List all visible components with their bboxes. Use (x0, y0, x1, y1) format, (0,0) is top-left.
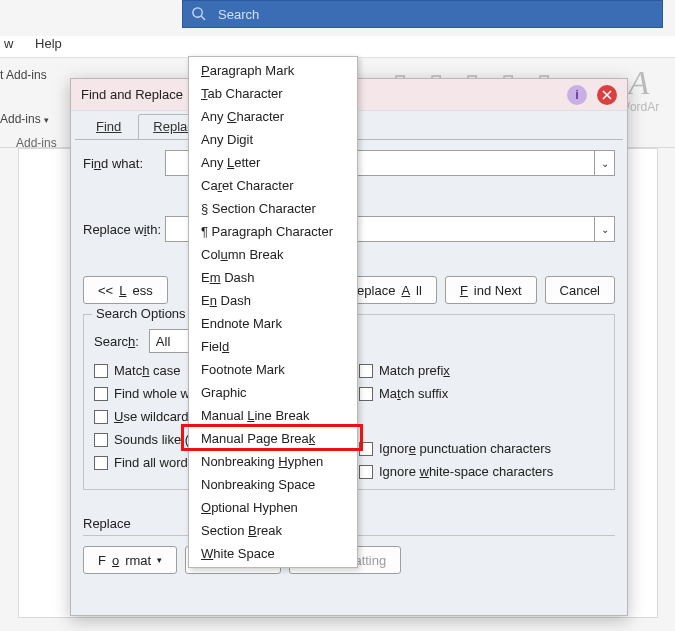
tab-find[interactable]: Find (81, 114, 136, 139)
find-next-button[interactable]: Find Next (445, 276, 537, 304)
menu-item-white-space[interactable]: White Space (189, 542, 357, 565)
search-input[interactable] (216, 6, 654, 23)
get-addins-button[interactable]: t Add-ins (0, 68, 47, 82)
menu-item-endnote-mark[interactable]: Endnote Mark (189, 312, 357, 335)
ribbon-tab-fragment[interactable]: w (4, 36, 13, 51)
match-suffix-checkbox[interactable]: Match suffix (359, 386, 604, 401)
svg-point-0 (193, 7, 202, 16)
menu-item-graphic[interactable]: Graphic (189, 381, 357, 404)
menu-item-paragraph-character[interactable]: ¶ Paragraph Character (189, 220, 357, 243)
menu-item-tab-character[interactable]: Tab Character (189, 82, 357, 105)
menu-item-en-dash[interactable]: En Dash (189, 289, 357, 312)
menu-item-nonbreaking-space[interactable]: Nonbreaking Space (189, 473, 357, 496)
menu-item-section-character[interactable]: § Section Character (189, 197, 357, 220)
menu-item-any-letter[interactable]: Any Letter (189, 151, 357, 174)
search-icon (191, 4, 206, 25)
menu-item-caret-character[interactable]: Caret Character (189, 174, 357, 197)
menu-item-manual-line-break[interactable]: Manual Line Break (189, 404, 357, 427)
chevron-down-icon[interactable]: ⌄ (594, 217, 614, 241)
menu-item-any-character[interactable]: Any Character (189, 105, 357, 128)
ignore-punctuation-checkbox[interactable]: Ignore punctuation characters (359, 441, 604, 456)
menu-item-any-digit[interactable]: Any Digit (189, 128, 357, 151)
match-prefix-checkbox[interactable]: Match prefix (359, 363, 604, 378)
options-right-column: Match prefix Match suffix Ignore punctua… (339, 363, 604, 479)
replace-with-label: Replace with: (83, 222, 165, 237)
format-button[interactable]: Format ▾ (83, 546, 177, 574)
chevron-down-icon[interactable]: ⌄ (594, 151, 614, 175)
search-direction-label: Search: (94, 334, 139, 349)
menu-item-em-dash[interactable]: Em Dash (189, 266, 357, 289)
help-button[interactable]: i (567, 85, 587, 105)
cancel-button[interactable]: Cancel (545, 276, 615, 304)
ignore-whitespace-checkbox[interactable]: Ignore white-space characters (359, 464, 604, 479)
menu-item-column-break[interactable]: Column Break (189, 243, 357, 266)
close-button[interactable] (597, 85, 617, 105)
less-button[interactable]: << Less (83, 276, 168, 304)
menu-item-nonbreaking-hyphen[interactable]: Nonbreaking Hyphen (189, 450, 357, 473)
menu-item-paragraph-mark[interactable]: Paragraph Mark (189, 59, 357, 82)
app-search-bar[interactable] (182, 0, 663, 28)
svg-line-1 (201, 16, 205, 20)
menu-item-optional-hyphen[interactable]: Optional Hyphen (189, 496, 357, 519)
ribbon-tabs: w Help (0, 36, 675, 58)
find-what-label: Find what: (83, 156, 165, 171)
menu-item-section-break[interactable]: Section Break (189, 519, 357, 542)
my-addins-button[interactable]: Add-ins▾ (0, 112, 49, 126)
menu-item-footnote-mark[interactable]: Footnote Mark (189, 358, 357, 381)
menu-item-manual-page-break[interactable]: Manual Page Break (189, 427, 357, 450)
menu-item-field[interactable]: Field (189, 335, 357, 358)
search-options-label: Search Options (92, 306, 190, 321)
ribbon-tab-help[interactable]: Help (35, 36, 62, 51)
special-characters-menu: Paragraph MarkTab CharacterAny Character… (188, 56, 358, 568)
